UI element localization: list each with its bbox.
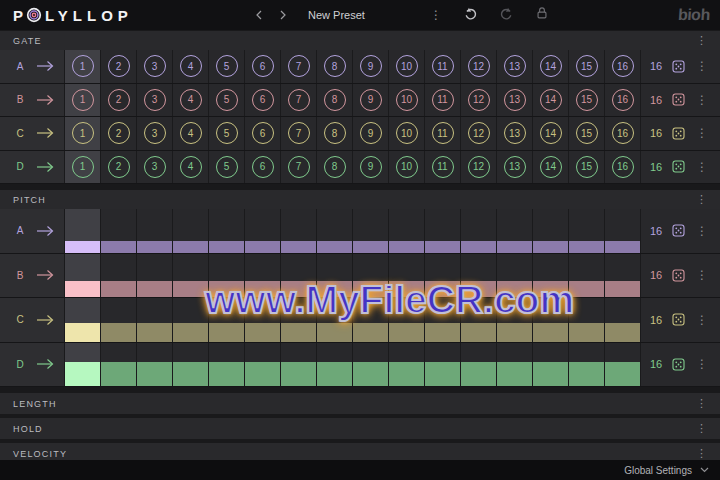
pitch-step-11[interactable]	[425, 209, 461, 253]
pitch-step-1[interactable]	[65, 209, 101, 253]
pitch-step-16[interactable]	[605, 209, 641, 253]
pitch-value-bar[interactable]	[569, 241, 604, 253]
gate-step-1[interactable]: 1	[65, 84, 101, 117]
gate-step-3[interactable]: 3	[137, 84, 173, 117]
pitch-value-bar[interactable]	[569, 362, 604, 386]
pitch-step-16[interactable]	[605, 343, 641, 387]
gate-step-10[interactable]: 10	[389, 151, 425, 184]
preset-name[interactable]: New Preset	[308, 9, 365, 21]
pitch-value-bar[interactable]	[173, 362, 208, 386]
pitch-value-bar[interactable]	[605, 323, 640, 342]
pitch-value-bar[interactable]	[605, 281, 640, 297]
pitch-step-5[interactable]	[209, 209, 245, 253]
row-length-value[interactable]: 16	[650, 161, 662, 173]
pitch-value-bar[interactable]	[497, 323, 532, 342]
gate-step-8[interactable]: 8	[317, 50, 353, 83]
row-menu-button[interactable]	[696, 94, 708, 106]
pitch-value-bar[interactable]	[281, 323, 316, 342]
gate-step-4[interactable]: 4	[173, 151, 209, 184]
gate-step-2[interactable]: 2	[101, 50, 137, 83]
gate-step-11[interactable]: 11	[425, 84, 461, 117]
pitch-step-6[interactable]	[245, 209, 281, 253]
pitch-value-bar[interactable]	[569, 323, 604, 342]
gate-step-3[interactable]: 3	[137, 117, 173, 150]
gate-step-7[interactable]: 7	[281, 50, 317, 83]
row-length-value[interactable]: 16	[650, 358, 662, 370]
pitch-step-2[interactable]	[101, 254, 137, 298]
gate-step-9[interactable]: 9	[353, 84, 389, 117]
pitch-step-3[interactable]	[137, 209, 173, 253]
pitch-value-bar[interactable]	[137, 362, 172, 386]
pitch-value-bar[interactable]	[425, 323, 460, 342]
gate-step-10[interactable]: 10	[389, 84, 425, 117]
randomize-dice-icon[interactable]	[672, 127, 685, 140]
next-preset-button[interactable]	[274, 6, 292, 24]
gate-step-6[interactable]: 6	[245, 50, 281, 83]
pitch-step-8[interactable]	[317, 209, 353, 253]
pitch-step-7[interactable]	[281, 254, 317, 298]
pitch-value-bar[interactable]	[425, 241, 460, 253]
pitch-step-13[interactable]	[497, 298, 533, 342]
pitch-step-10[interactable]	[389, 209, 425, 253]
gate-step-6[interactable]: 6	[245, 117, 281, 150]
randomize-dice-icon[interactable]	[672, 60, 685, 73]
gate-step-11[interactable]: 11	[425, 117, 461, 150]
pitch-value-bar[interactable]	[533, 362, 568, 386]
randomize-dice-icon[interactable]	[672, 93, 685, 106]
pitch-value-bar[interactable]	[605, 362, 640, 386]
length-section-menu-button[interactable]	[696, 398, 707, 409]
gate-step-13[interactable]: 13	[497, 50, 533, 83]
pitch-step-8[interactable]	[317, 298, 353, 342]
hold-section-menu-button[interactable]	[696, 423, 707, 434]
pitch-step-1[interactable]	[65, 298, 101, 342]
gate-step-16[interactable]: 16	[605, 151, 641, 184]
gate-step-11[interactable]: 11	[425, 50, 461, 83]
pitch-step-6[interactable]	[245, 298, 281, 342]
gate-step-12[interactable]: 12	[461, 151, 497, 184]
pitch-value-bar[interactable]	[173, 281, 208, 297]
pitch-step-14[interactable]	[533, 209, 569, 253]
pitch-value-bar[interactable]	[353, 281, 388, 297]
pitch-value-bar[interactable]	[497, 281, 532, 297]
prev-preset-button[interactable]	[250, 6, 268, 24]
pitch-value-bar[interactable]	[101, 323, 136, 342]
gate-section-header[interactable]: GATE	[0, 31, 720, 50]
pitch-step-11[interactable]	[425, 254, 461, 298]
pitch-value-bar[interactable]	[461, 323, 496, 342]
gate-step-13[interactable]: 13	[497, 117, 533, 150]
randomize-dice-icon[interactable]	[672, 160, 685, 173]
pitch-step-13[interactable]	[497, 209, 533, 253]
pitch-value-bar[interactable]	[245, 362, 280, 386]
randomize-dice-icon[interactable]	[672, 269, 685, 282]
row-length-value[interactable]: 16	[650, 127, 662, 139]
pitch-step-9[interactable]	[353, 254, 389, 298]
pitch-step-15[interactable]	[569, 298, 605, 342]
pitch-value-bar[interactable]	[389, 323, 424, 342]
gate-step-1[interactable]: 1	[65, 117, 101, 150]
pitch-value-bar[interactable]	[137, 323, 172, 342]
pitch-value-bar[interactable]	[461, 362, 496, 386]
row-menu-button[interactable]	[696, 269, 708, 281]
pitch-section-header[interactable]: PITCH	[0, 190, 720, 209]
gate-step-10[interactable]: 10	[389, 117, 425, 150]
gate-step-13[interactable]: 13	[497, 84, 533, 117]
gate-step-2[interactable]: 2	[101, 151, 137, 184]
preset-menu-button[interactable]	[430, 9, 442, 21]
pitch-value-bar[interactable]	[209, 281, 244, 297]
gate-step-11[interactable]: 11	[425, 151, 461, 184]
gate-step-12[interactable]: 12	[461, 50, 497, 83]
pitch-step-1[interactable]	[65, 254, 101, 298]
hold-section-header[interactable]: HOLD	[0, 418, 720, 439]
pitch-value-bar[interactable]	[137, 281, 172, 297]
pitch-value-bar[interactable]	[101, 281, 136, 297]
pitch-step-8[interactable]	[317, 343, 353, 387]
pitch-step-15[interactable]	[569, 209, 605, 253]
pitch-value-bar[interactable]	[281, 241, 316, 253]
gate-step-14[interactable]: 14	[533, 84, 569, 117]
pitch-step-6[interactable]	[245, 254, 281, 298]
gate-step-6[interactable]: 6	[245, 84, 281, 117]
gate-step-1[interactable]: 1	[65, 151, 101, 184]
pitch-value-bar[interactable]	[389, 241, 424, 253]
pitch-step-11[interactable]	[425, 298, 461, 342]
pitch-value-bar[interactable]	[353, 241, 388, 253]
